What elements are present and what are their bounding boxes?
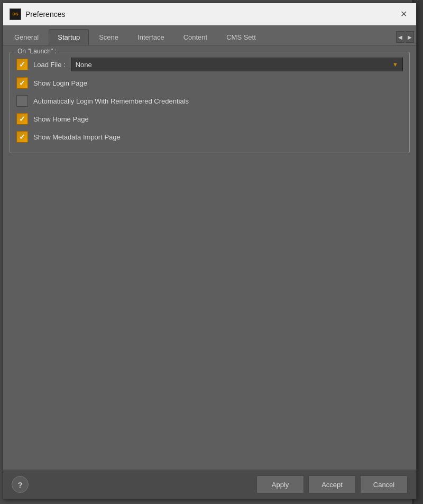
show-metadata-checkbox-checked[interactable]: [16, 131, 28, 143]
ds-logo: DS: [10, 8, 21, 20]
title-bar-left: DS Preferences: [10, 8, 65, 20]
help-button[interactable]: ?: [12, 476, 29, 493]
load-file-value: None: [76, 61, 92, 69]
setting-row-auto-login: Automatically Login With Remembered Cred…: [16, 94, 403, 108]
tab-nav-left[interactable]: ◀: [396, 31, 404, 43]
tab-scene[interactable]: Scene: [90, 29, 127, 45]
auto-login-checkbox[interactable]: [16, 95, 28, 107]
load-file-dropdown[interactable]: None ▼: [71, 58, 403, 71]
load-file-label: Load File :: [33, 61, 66, 69]
close-button[interactable]: ✕: [397, 8, 410, 21]
bottom-bar: ? Apply Accept Cancel: [3, 470, 416, 499]
show-home-label: Show Home Page: [33, 115, 89, 123]
tab-general[interactable]: General: [5, 29, 48, 45]
show-login-checkbox[interactable]: [16, 77, 28, 89]
load-file-checkbox[interactable]: [16, 59, 28, 70]
settings-rows: Show Login Page Automatically Login With…: [16, 76, 403, 144]
load-file-row: Load File : None ▼: [16, 58, 403, 71]
preferences-dialog: DS Preferences ✕ General Startup Scene I…: [3, 3, 417, 499]
dialog-title: Preferences: [25, 10, 65, 18]
accept-button[interactable]: Accept: [308, 475, 356, 493]
show-login-label: Show Login Page: [33, 79, 87, 87]
setting-row-show-metadata: Show Metadata Import Page: [16, 129, 403, 144]
show-metadata-label: Show Metadata Import Page: [33, 133, 121, 141]
launch-group: On "Launch" : Load File : None ▼ Show Lo…: [10, 52, 410, 153]
show-metadata-checkbox[interactable]: [16, 131, 28, 143]
tab-nav-arrows: ◀ ▶: [396, 31, 414, 45]
auto-login-checkbox-unchecked[interactable]: [16, 95, 28, 107]
tab-cms[interactable]: CMS Sett: [217, 29, 265, 45]
content-area: On "Launch" : Load File : None ▼ Show Lo…: [3, 45, 416, 470]
tab-nav-right[interactable]: ▶: [406, 31, 414, 43]
group-title: On "Launch" :: [15, 48, 59, 55]
show-home-checkbox-checked[interactable]: [16, 113, 28, 125]
dropdown-arrow-icon: ▼: [392, 61, 398, 68]
tab-content[interactable]: Content: [174, 29, 217, 45]
title-bar: DS Preferences ✕: [3, 3, 416, 25]
show-home-checkbox[interactable]: [16, 113, 28, 125]
show-login-checkbox-checked[interactable]: [16, 77, 28, 89]
setting-row-show-home: Show Home Page: [16, 111, 403, 126]
setting-row-show-login: Show Login Page: [16, 76, 403, 90]
apply-button[interactable]: Apply: [256, 475, 304, 493]
tab-startup[interactable]: Startup: [49, 29, 89, 45]
tab-bar: General Startup Scene Interface Content …: [3, 25, 416, 45]
auto-login-label: Automatically Login With Remembered Cred…: [33, 97, 189, 105]
cancel-button[interactable]: Cancel: [360, 475, 408, 493]
tab-interface[interactable]: Interface: [128, 29, 173, 45]
